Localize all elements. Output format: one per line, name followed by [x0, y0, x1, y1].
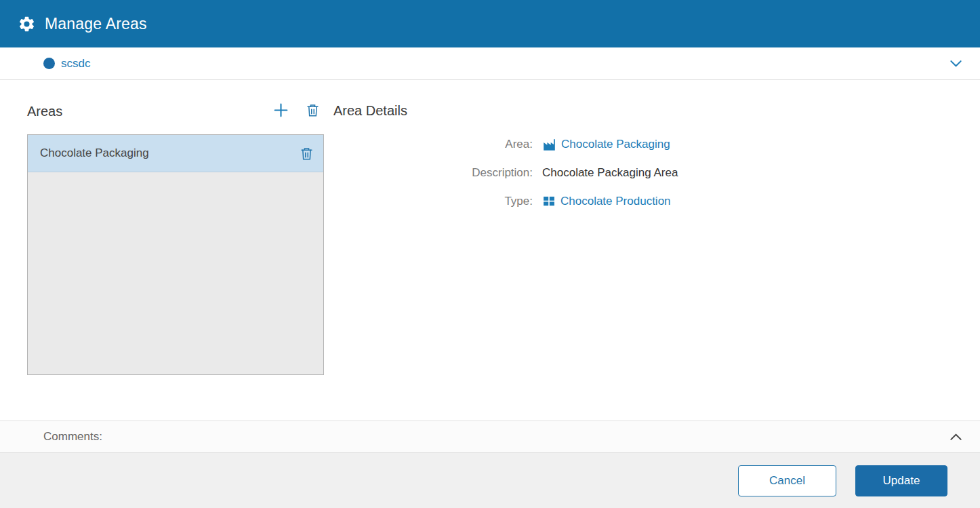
footer-bar: Cancel Update [0, 452, 980, 508]
area-details-title: Area Details [333, 103, 407, 119]
delete-area-button[interactable] [306, 103, 320, 119]
list-item[interactable]: Chocolate Packaging [28, 135, 323, 172]
grid-icon [542, 195, 556, 208]
areas-title: Areas [27, 104, 62, 119]
comments-label: Comments: [43, 430, 102, 444]
factory-icon [542, 138, 556, 152]
plus-icon [272, 102, 289, 121]
trash-icon[interactable] [300, 146, 314, 161]
dialog-title: Manage Areas [45, 15, 147, 33]
cancel-button[interactable]: Cancel [738, 465, 836, 496]
circle-status-icon [43, 58, 55, 69]
description-field-label: Description: [333, 166, 542, 180]
update-button[interactable]: Update [855, 465, 947, 496]
area-field-row: Area: Chocolate Packaging [333, 130, 678, 159]
add-area-button[interactable] [272, 102, 289, 121]
gear-icon [18, 15, 36, 33]
type-value-link[interactable]: Chocolate Production [560, 195, 671, 208]
comments-bar[interactable]: Comments: [0, 421, 980, 452]
areas-panel-header: Areas [27, 99, 324, 123]
type-field-row: Type: Chocolate Production [333, 187, 678, 216]
database-selector-row[interactable]: scsdc [0, 47, 980, 80]
database-name[interactable]: scsdc [61, 57, 90, 71]
area-item-label: Chocolate Packaging [40, 146, 300, 160]
chevron-up-icon[interactable] [948, 429, 964, 445]
dialog-header: Manage Areas [0, 0, 980, 47]
area-value-link[interactable]: Chocolate Packaging [561, 138, 670, 151]
areas-list: Chocolate Packaging [27, 134, 324, 375]
area-field-label: Area: [333, 138, 542, 151]
area-details-form: Area: Chocolate Packaging Description: C… [333, 130, 678, 216]
type-field-label: Type: [333, 195, 542, 208]
description-value: Chocolate Packaging Area [542, 166, 678, 180]
trash-icon [306, 103, 320, 119]
chevron-down-icon[interactable] [948, 56, 964, 71]
description-field-row: Description: Chocolate Packaging Area [333, 159, 678, 187]
